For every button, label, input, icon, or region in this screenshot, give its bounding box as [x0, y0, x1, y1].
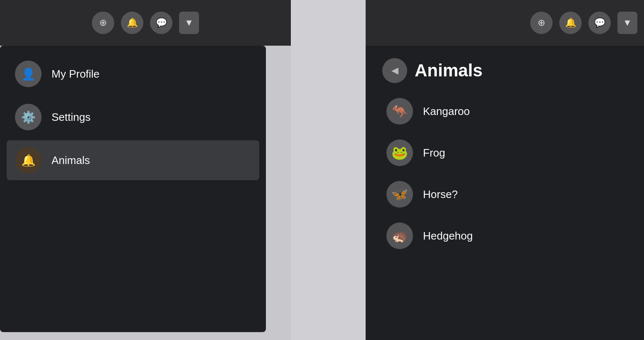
animals-icon: 🔔	[15, 147, 42, 174]
left-dropdown-menu: 👤 My Profile ⚙️ Settings 🔔 Animals	[0, 46, 266, 332]
menu-item-settings[interactable]: ⚙️ Settings	[7, 97, 259, 137]
kangaroo-icon-circle: 🦘	[386, 98, 413, 125]
frog-icon-circle: 🐸	[386, 139, 413, 166]
menu-item-my-profile[interactable]: 👤 My Profile	[7, 54, 259, 94]
add-button-right[interactable]: ⊕	[530, 12, 553, 34]
dropdown-button-left[interactable]: ▼	[179, 12, 199, 34]
bell-button-right[interactable]: 🔔	[559, 12, 582, 34]
hedgehog-label: Hedgehog	[423, 230, 473, 242]
dropdown-button-right[interactable]: ▼	[617, 12, 637, 34]
menu-item-animals[interactable]: 🔔 Animals	[7, 140, 259, 180]
animal-item-horse[interactable]: 🦋 Horse?	[378, 174, 632, 214]
animals-label: Animals	[52, 154, 90, 167]
settings-label: Settings	[52, 111, 91, 124]
my-profile-label: My Profile	[52, 68, 100, 81]
settings-icon: ⚙️	[15, 104, 42, 130]
chat-icon-left: 💬	[156, 17, 167, 28]
add-icon-right: ⊕	[538, 17, 545, 28]
my-profile-icon: 👤	[15, 61, 42, 87]
back-button[interactable]: ◀	[382, 58, 407, 83]
frog-label: Frog	[423, 147, 445, 159]
bell-icon-right: 🔔	[565, 17, 576, 28]
animal-item-kangaroo[interactable]: 🦘 Kangaroo	[378, 91, 632, 131]
chat-button-left[interactable]: 💬	[150, 12, 172, 34]
animals-header: ◀ Animals	[366, 46, 644, 91]
back-icon: ◀	[391, 65, 398, 76]
animals-panel: ◀ Animals 🦘 Kangaroo 🐸 Frog 🦋 Horse?	[366, 46, 644, 340]
animal-list: 🦘 Kangaroo 🐸 Frog 🦋 Horse? 🦔 Hedgehog	[366, 91, 644, 256]
horse-label: Horse?	[423, 188, 458, 201]
bell-button-left[interactable]: 🔔	[121, 12, 143, 34]
chat-icon-right: 💬	[594, 17, 605, 28]
animal-item-hedgehog[interactable]: 🦔 Hedgehog	[378, 216, 632, 256]
dropdown-icon-right: ▼	[623, 17, 632, 28]
chat-button-right[interactable]: 💬	[588, 12, 611, 34]
hedgehog-icon-circle: 🦔	[386, 223, 413, 249]
add-icon-left: ⊕	[99, 17, 107, 28]
kangaroo-label: Kangaroo	[423, 105, 470, 118]
add-button-left[interactable]: ⊕	[92, 12, 114, 34]
bell-icon-left: 🔔	[127, 17, 138, 28]
animal-item-frog[interactable]: 🐸 Frog	[378, 133, 632, 173]
dropdown-icon-left: ▼	[184, 17, 194, 28]
animals-title: Animals	[415, 61, 482, 81]
horse-icon-circle: 🦋	[386, 181, 413, 208]
